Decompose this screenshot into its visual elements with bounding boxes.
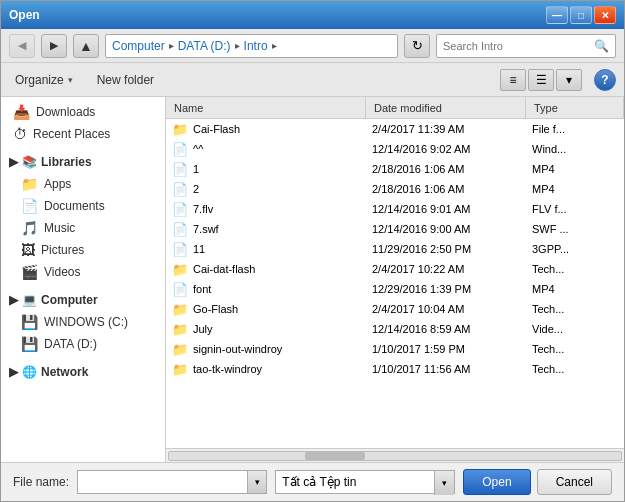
new-folder-button[interactable]: New folder [91, 70, 160, 90]
back-button[interactable]: ◀ [9, 34, 35, 58]
sidebar-item-data-d[interactable]: 💾 DATA (D:) [9, 333, 165, 355]
organize-button[interactable]: Organize ▾ [9, 70, 79, 90]
sidebar-item-apps-label: Apps [44, 177, 71, 191]
table-row[interactable]: 📄 7.swf 12/14/2016 9:00 AM SWF ... [166, 219, 624, 239]
table-row[interactable]: 📄 1 2/18/2016 1:06 AM MP4 [166, 159, 624, 179]
col-header-date[interactable]: Date modified [366, 97, 526, 118]
file-type-cell: Tech... [526, 359, 624, 379]
search-input[interactable] [443, 40, 590, 52]
breadcrumb-data-d[interactable]: DATA (D:) [178, 39, 231, 53]
file-icon: 📁 [172, 262, 188, 277]
windows-c-icon: 💾 [21, 314, 38, 330]
file-type-cell: Vide... [526, 319, 624, 339]
sidebar-group-computer[interactable]: ▶ 💻 Computer [1, 289, 165, 311]
main-area: 📥 Downloads ⏱ Recent Places ▶ 📚 Librarie… [1, 97, 624, 462]
hscroll-track[interactable] [168, 451, 622, 461]
sidebar-item-windows-c[interactable]: 💾 WINDOWS (C:) [9, 311, 165, 333]
open-button[interactable]: Open [463, 469, 530, 495]
minimize-button[interactable]: — [546, 6, 568, 24]
sidebar-group-network[interactable]: ▶ 🌐 Network [1, 361, 165, 383]
file-icon: 📄 [172, 162, 188, 177]
breadcrumb-intro[interactable]: Intro [244, 39, 268, 53]
sidebar-item-pictures-label: Pictures [41, 243, 84, 257]
cancel-button[interactable]: Cancel [537, 469, 612, 495]
file-type-cell: FLV f... [526, 199, 624, 219]
file-type-cell: Wind... [526, 139, 624, 159]
view-details-button[interactable]: ☰ [528, 69, 554, 91]
view-list-button[interactable]: ≡ [500, 69, 526, 91]
file-icon: 📁 [172, 322, 188, 337]
network-label: Network [41, 365, 88, 379]
help-button[interactable]: ? [594, 69, 616, 91]
breadcrumb-computer[interactable]: Computer [112, 39, 165, 53]
file-name-cell: 📁 Cai-Flash [166, 119, 366, 139]
table-row[interactable]: 📄 ^^ 12/14/2016 9:02 AM Wind... [166, 139, 624, 159]
filetype-dropdown-button[interactable]: ▾ [434, 471, 454, 495]
file-name-cell: 📄 7.flv [166, 199, 366, 219]
table-row[interactable]: 📁 July 12/14/2016 8:59 AM Vide... [166, 319, 624, 339]
file-name-cell: 📄 2 [166, 179, 366, 199]
close-button[interactable]: ✕ [594, 6, 616, 24]
file-name-cell: 📄 font [166, 279, 366, 299]
file-name-cell: 📄 7.swf [166, 219, 366, 239]
table-row[interactable]: 📁 tao-tk-windroy 1/10/2017 11:56 AM Tech… [166, 359, 624, 379]
file-icon: 📄 [172, 202, 188, 217]
file-icon: 📁 [172, 122, 188, 137]
forward-button[interactable]: ▶ [41, 34, 67, 58]
table-row[interactable]: 📄 11 11/29/2016 2:50 PM 3GPP... [166, 239, 624, 259]
table-row[interactable]: 📄 2 2/18/2016 1:06 AM MP4 [166, 179, 624, 199]
table-row[interactable]: 📁 signin-out-windroy 1/10/2017 1:59 PM T… [166, 339, 624, 359]
table-row[interactable]: 📁 Go-Flash 2/4/2017 10:04 AM Tech... [166, 299, 624, 319]
hscroll-bar[interactable] [166, 448, 624, 462]
downloads-icon: 📥 [13, 104, 30, 120]
sidebar-item-music[interactable]: 🎵 Music [9, 217, 165, 239]
sidebar-item-recent-places[interactable]: ⏱ Recent Places [1, 123, 165, 145]
up-button[interactable]: ▲ [73, 34, 99, 58]
file-name-cell: 📁 Cai-dat-flash [166, 259, 366, 279]
file-name: Go-Flash [193, 303, 238, 315]
file-type-cell: MP4 [526, 179, 624, 199]
file-date-cell: 12/14/2016 9:02 AM [366, 139, 526, 159]
file-list[interactable]: 📁 Cai-Flash 2/4/2017 11:39 AM File f... … [166, 119, 624, 448]
sidebar-item-videos[interactable]: 🎬 Videos [9, 261, 165, 283]
search-box[interactable]: 🔍 [436, 34, 616, 58]
table-row[interactable]: 📄 7.flv 12/14/2016 9:01 AM FLV f... [166, 199, 624, 219]
breadcrumb[interactable]: Computer ▸ DATA (D:) ▸ Intro ▸ [105, 34, 398, 58]
title-bar-buttons: — □ ✕ [546, 6, 616, 24]
refresh-button[interactable]: ↻ [404, 34, 430, 58]
documents-icon: 📄 [21, 198, 38, 214]
file-list-header: Name Date modified Type [166, 97, 624, 119]
file-type-cell: 3GPP... [526, 239, 624, 259]
sidebar-item-apps[interactable]: 📁 Apps [9, 173, 165, 195]
filename-input[interactable] [77, 470, 267, 494]
table-row[interactable]: 📁 Cai-Flash 2/4/2017 11:39 AM File f... [166, 119, 624, 139]
sidebar-item-windows-c-label: WINDOWS (C:) [44, 315, 128, 329]
recent-places-icon: ⏱ [13, 126, 27, 142]
sidebar-item-documents[interactable]: 📄 Documents [9, 195, 165, 217]
file-date-cell: 2/18/2016 1:06 AM [366, 179, 526, 199]
col-header-name[interactable]: Name [166, 97, 366, 118]
maximize-button[interactable]: □ [570, 6, 592, 24]
filename-label: File name: [13, 475, 69, 489]
file-type-cell: Tech... [526, 339, 624, 359]
pictures-icon: 🖼 [21, 242, 35, 258]
file-name-cell: 📄 ^^ [166, 139, 366, 159]
libraries-label: Libraries [41, 155, 92, 169]
sidebar-group-libraries[interactable]: ▶ 📚 Libraries [1, 151, 165, 173]
file-date-cell: 1/10/2017 1:59 PM [366, 339, 526, 359]
col-header-type[interactable]: Type [526, 97, 624, 118]
libraries-icon: 📚 [22, 155, 37, 169]
sidebar-item-pictures[interactable]: 🖼 Pictures [9, 239, 165, 261]
table-row[interactable]: 📄 font 12/29/2016 1:39 PM MP4 [166, 279, 624, 299]
view-dropdown-button[interactable]: ▾ [556, 69, 582, 91]
filename-dropdown-button[interactable]: ▾ [247, 470, 267, 494]
sidebar-item-downloads[interactable]: 📥 Downloads [1, 101, 165, 123]
hscroll-thumb[interactable] [305, 452, 365, 460]
bottom-bar: File name: ▾ Tất cả Tệp tin ▾ Open Cance… [1, 462, 624, 501]
file-name-cell: 📄 1 [166, 159, 366, 179]
table-row[interactable]: 📁 Cai-dat-flash 2/4/2017 10:22 AM Tech..… [166, 259, 624, 279]
file-date-cell: 12/14/2016 9:00 AM [366, 219, 526, 239]
file-name: 1 [193, 163, 199, 175]
view-buttons: ≡ ☰ ▾ [500, 69, 582, 91]
file-date-cell: 2/4/2017 10:22 AM [366, 259, 526, 279]
